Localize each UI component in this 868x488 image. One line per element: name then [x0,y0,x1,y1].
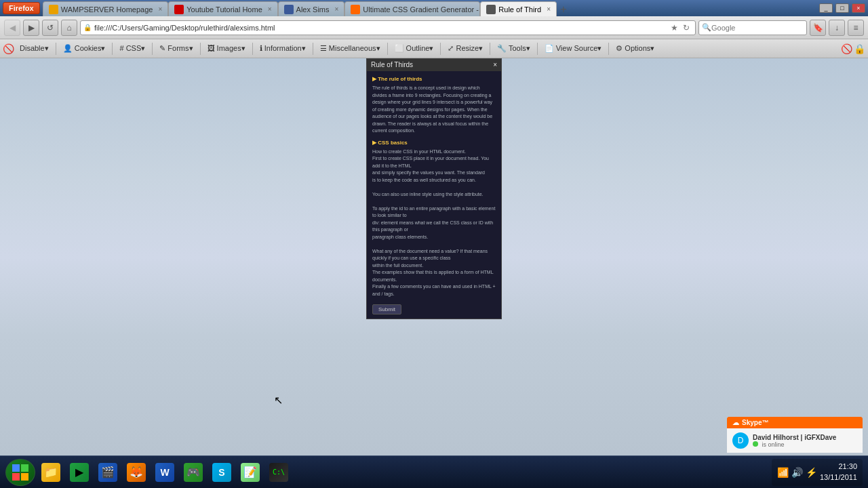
toolbar-separator [56,43,56,55]
fb-favicon [284,5,294,14]
taskbar-cmd-icon[interactable]: C:\ [266,460,292,485]
rule-panel-body: ▶ The rule of thirds The rule of thirds … [367,71,501,319]
firefox-icon: 🦊 [127,463,146,482]
taskbar-skype-icon[interactable]: S [209,460,235,485]
browser-window: Firefox WAMPSERVER Homepage × Youtube Tu… [0,0,868,488]
new-tab-button[interactable]: + [557,3,570,16]
downloads-button[interactable]: ↓ [829,20,845,36]
system-clock[interactable]: 21:30 13/11/2011 [820,462,857,483]
tab-css[interactable]: Ultimate CSS Gradient Generator - Co... … [344,1,480,16]
rule-panel-close[interactable]: × [493,60,497,70]
start-button[interactable] [5,459,35,486]
window-controls: _ □ × [819,3,865,13]
url-refresh-button[interactable]: ↻ [680,22,692,34]
forward-button[interactable]: ▶ [23,20,39,36]
tools-button[interactable]: 🔧 Tools▾ [493,43,534,54]
url-icon: 🔒 [83,24,92,31]
content-area: Rule of Thirds × ▶ The rule of thirds Th… [0,58,868,455]
tab-alex[interactable]: Alex Sims × [278,1,345,16]
taskbar-firefox-icon[interactable]: 🦊 [123,460,149,485]
rule-favicon [486,5,496,14]
outline-button[interactable]: ⬜ Outline▾ [391,43,438,54]
bookmark-button[interactable]: 🔖 [810,20,826,36]
cookies-button[interactable]: 👤 Cookies▾ [59,43,110,54]
word-icon: W [155,463,174,482]
disable-button[interactable]: Disable▾ [16,43,53,54]
search-input[interactable] [711,24,805,32]
yt-favicon [174,5,184,14]
taskbar-explorer-icon[interactable]: 📁 [38,460,64,485]
tab-youtube[interactable]: Youtube Tutorial Home × [168,1,277,16]
section1-title: ▶ The rule of thirds [372,75,496,83]
close-toolbar-icon[interactable]: 🔒 [854,43,865,54]
media-icon: ▶ [70,463,89,482]
toolbar-separator [112,43,113,55]
submit-button[interactable]: Submit [372,304,401,314]
svg-rect-3 [21,473,28,481]
miscellaneous-button[interactable]: ☰ Miscellaneous▾ [316,43,384,54]
tab-bar: WAMPSERVER Homepage × Youtube Tutorial H… [43,0,570,16]
taskbar-game-icon[interactable]: 🎮 [180,460,206,485]
toolbar-separator [200,43,201,55]
taskbar-media-icon[interactable]: ▶ [66,460,92,485]
maximize-button[interactable]: □ [835,3,849,13]
firefox-menu-button[interactable]: Firefox [3,2,40,14]
minimize-button[interactable]: _ [819,3,833,13]
search-container: 🔍 [698,20,807,35]
tab-label: Rule of Third [498,5,541,14]
clock-date: 13/11/2011 [820,472,857,483]
rule-panel-title: Rule of Thirds [371,60,413,70]
skype-status: is online [753,441,836,448]
game-icon: 🎮 [184,463,203,482]
skype-icon: S [212,463,231,482]
tray-network-icon[interactable]: 📶 [777,467,789,478]
url-bar-container: 🔒 ★ ↻ [80,20,696,35]
toolbar-separator [152,43,153,55]
skype-notification[interactable]: ☁ Skype™ D David Hilhorst | iGFXDave is … [727,417,863,453]
tab-close-rule[interactable]: × [547,5,551,13]
tab-label: Alex Sims [296,5,330,14]
mouse-cursor: ↖ [274,395,283,406]
settings-button[interactable]: ≡ [848,20,864,36]
skype-icon-label: ☁ [732,419,739,426]
toolbar-separator [387,43,388,55]
tray-power-icon[interactable]: ⚡ [806,467,817,478]
taskbar-notepad-icon[interactable]: 📝 [237,460,263,485]
tab-close-wamp[interactable]: × [158,5,162,13]
taskbar-word-icon[interactable]: W [152,460,178,485]
view-source-button[interactable]: 📄 View Source▾ [540,43,606,54]
tab-close-youtube[interactable]: × [268,5,272,13]
skype-notification-body: D David Hilhorst | iGFXDave is online [727,428,863,453]
cmd-icon: C:\ [269,463,288,482]
url-bookmark-button[interactable]: ★ [668,22,680,34]
images-button[interactable]: 🖼 Images▾ [203,43,250,54]
toolbar-separator [608,43,609,55]
tab-rule[interactable]: Rule of Third × [480,1,557,16]
toolbar-separator [252,43,253,55]
taskbar-right-section: 📶 🔊 ⚡ 21:30 13/11/2011 [772,456,863,488]
css-button[interactable]: # CSS▾ [115,43,149,54]
skype-username: David Hilhorst | iGFXDave [753,434,836,441]
tab-wamp[interactable]: WAMPSERVER Homepage × [43,1,169,16]
tray-volume-icon[interactable]: 🔊 [791,467,803,478]
resize-button[interactable]: ⤢ Resize▾ [443,43,487,54]
home-button[interactable]: ⌂ [61,20,77,36]
information-button[interactable]: ℹ Information▾ [256,43,310,54]
online-dot [753,441,758,447]
back-button[interactable]: ◀ [4,20,20,36]
reload-button[interactable]: ↺ [42,20,58,36]
tab-close-alex[interactable]: × [335,5,339,13]
options-button[interactable]: ⚙ Options▾ [612,43,658,54]
forms-button[interactable]: ✎ Forms▾ [155,43,197,54]
web-developer-toolbar: 🚫 Disable▾ 👤 Cookies▾ # CSS▾ ✎ Forms▾ 🖼 … [0,39,868,58]
disable-all-icon[interactable]: 🚫 [841,43,852,54]
search-engine-icon: 🔍 [702,23,711,32]
taskbar-movie-icon[interactable]: 🎬 [95,460,121,485]
close-window-button[interactable]: × [852,3,865,13]
skype-notification-header: ☁ Skype™ [727,417,863,428]
navigation-bar: ◀ ▶ ↺ ⌂ 🔒 ★ ↻ 🔍 🔖 ↓ ≡ [0,16,868,39]
toolbar-separator [313,43,313,55]
notepad-icon: 📝 [241,463,260,482]
taskbar: 📁 ▶ 🎬 🦊 W 🎮 S 📝 C:\ 📶 🔊 [0,455,868,488]
url-input[interactable] [94,24,668,32]
